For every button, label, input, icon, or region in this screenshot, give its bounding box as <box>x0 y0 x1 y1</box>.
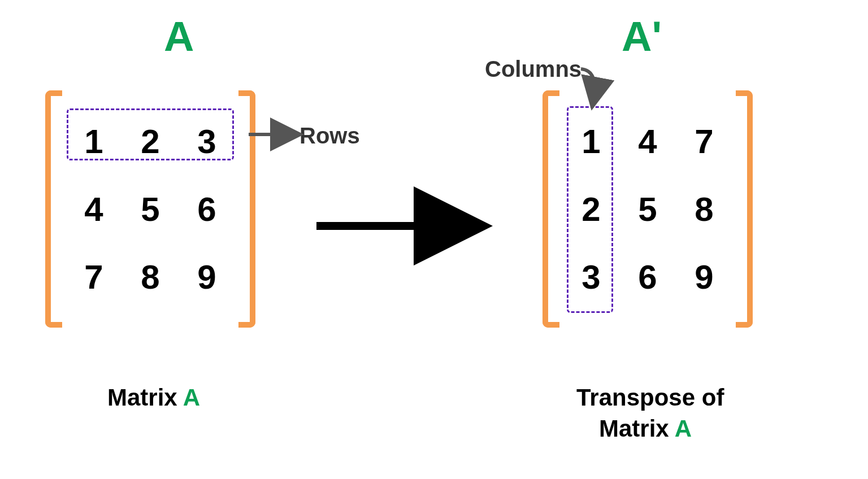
cell: 4 <box>638 122 657 161</box>
cell: 9 <box>695 258 713 297</box>
cell: 5 <box>638 190 657 229</box>
cell: 4 <box>84 190 103 229</box>
bracket-right-icon <box>238 90 255 328</box>
left-matrix-title: A <box>164 12 194 60</box>
right-matrix-title: A' <box>622 12 662 60</box>
row-highlight <box>67 108 234 160</box>
cell: 7 <box>84 258 103 297</box>
cell: 6 <box>197 190 216 229</box>
caption-text: Transpose of <box>576 384 724 411</box>
cell: 7 <box>695 122 713 161</box>
column-highlight <box>567 106 613 313</box>
caption-transpose: Transpose of <box>576 384 724 411</box>
caption-letter-a: A <box>675 415 692 442</box>
caption-text: Matrix <box>599 415 675 442</box>
cell: 8 <box>141 258 159 297</box>
columns-label: Columns <box>485 56 581 82</box>
caption-text: Matrix <box>107 384 183 411</box>
cell: 5 <box>141 190 159 229</box>
caption-letter-a: A <box>183 384 200 411</box>
caption-transpose-line2: Matrix A <box>599 415 692 442</box>
cell: 8 <box>695 190 713 229</box>
bracket-right-icon <box>736 90 753 328</box>
cell: 9 <box>197 258 216 297</box>
cell: 6 <box>638 258 657 297</box>
caption-matrix-a: Matrix A <box>107 384 200 411</box>
bracket-left-icon <box>45 90 62 328</box>
rows-label: Rows <box>300 123 360 149</box>
bracket-left-icon <box>542 90 559 328</box>
